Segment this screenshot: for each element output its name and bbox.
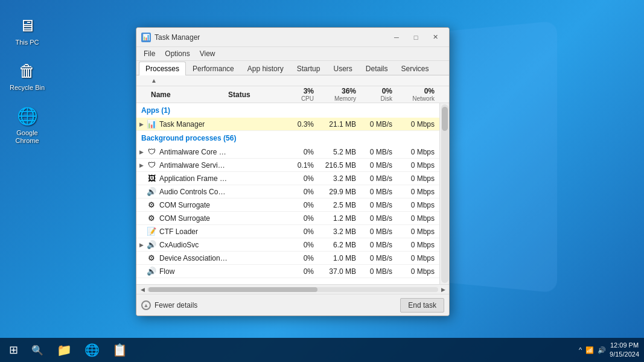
task-manager-icon: 📊 — [141, 33, 151, 42]
process-icon: 🔊 — [146, 186, 157, 197]
process-net: 0 Mbps — [397, 161, 439, 170]
process-net: 0 Mbps — [397, 201, 439, 209]
system-clock[interactable]: 12:09 PM 9/15/2024 — [610, 341, 639, 360]
process-disk: 0 MB/s — [361, 120, 397, 129]
process-disk: 0 MB/s — [361, 227, 397, 236]
table-row[interactable]: ⚙ COM Surrogate 0% 2.5 MB 0 MB/s 0 Mbps — [136, 198, 449, 212]
menu-file[interactable]: File — [139, 48, 160, 59]
tab-users[interactable]: Users — [327, 62, 359, 75]
maximize-button[interactable]: □ — [407, 31, 425, 43]
col-network-header[interactable]: 0% Network — [397, 87, 439, 102]
process-icon: 📊 — [146, 119, 157, 130]
tab-app-history[interactable]: App history — [241, 62, 290, 75]
fewer-details-button[interactable]: ▲ Fewer details — [141, 300, 197, 310]
vertical-scrollbar[interactable] — [439, 103, 449, 284]
tab-details[interactable]: Details — [359, 62, 395, 75]
process-name: Antimalware Service Executable — [159, 161, 228, 170]
expand-icon[interactable]: ▶ — [136, 149, 146, 155]
table-row[interactable]: ▶ 🛡 Antimalware Service Executable 0.1% … — [136, 159, 449, 172]
task-manager-window: 📊 Task Manager ─ □ ✕ File Options View P… — [136, 27, 450, 316]
process-net: 0 Mbps — [397, 148, 439, 156]
process-cpu: 0% — [276, 214, 319, 223]
tab-services[interactable]: Services — [395, 62, 436, 75]
table-row[interactable]: ⚙ Device Association Framework ... 0% 1.… — [136, 252, 449, 265]
fewer-details-icon: ▲ — [141, 300, 151, 310]
col-status-header[interactable]: Status — [228, 91, 250, 99]
search-button[interactable]: 🔍 — [27, 338, 48, 362]
tray-show-hidden[interactable]: ^ — [579, 346, 582, 354]
chrome-icon: 🌐 — [16, 105, 38, 127]
desktop-icon-recycle-bin[interactable]: 🗑 Recycle Bin — [6, 57, 48, 94]
menu-bar: File Options View — [136, 47, 449, 61]
taskbar-file-explorer[interactable]: 📁 — [51, 338, 77, 361]
expand-icon[interactable]: ▶ — [136, 162, 146, 168]
expand-icon[interactable]: ▶ — [136, 242, 146, 248]
taskbar-chrome[interactable]: 🌐 — [78, 338, 105, 361]
process-cpu: 0% — [276, 188, 319, 196]
process-mem: 216.5 MB — [319, 161, 361, 170]
col-memory-header[interactable]: 36% Memory — [319, 87, 361, 102]
col-cpu-header[interactable]: 3% CPU — [276, 87, 319, 102]
system-tray: ^ 📶 🔊 12:09 PM 9/15/2024 — [574, 341, 644, 360]
process-icon: 🔊 — [146, 266, 157, 277]
window-title: Task Manager — [155, 33, 387, 42]
process-name: Device Association Framework ... — [159, 254, 228, 262]
col-disk-header[interactable]: 0% Disk — [361, 87, 397, 102]
tab-startup[interactable]: Startup — [290, 62, 327, 75]
process-net: 0 Mbps — [397, 120, 439, 129]
minimize-button[interactable]: ─ — [387, 31, 406, 43]
start-button[interactable]: ⊞ — [0, 338, 27, 362]
tray-network-icon: 📶 — [585, 346, 594, 354]
tab-processes[interactable]: Processes — [139, 62, 186, 75]
close-button[interactable]: ✕ — [426, 31, 444, 43]
scroll-right-arrow[interactable]: ▶ — [438, 285, 448, 294]
process-cpu: 0% — [276, 201, 319, 209]
process-mem: 37.0 MB — [319, 267, 361, 276]
process-net: 0 Mbps — [397, 214, 439, 223]
table-row[interactable]: 🖼 Application Frame Host 0% 3.2 MB 0 MB/… — [136, 172, 449, 185]
scrollbar-track — [441, 104, 448, 283]
process-icon: 🛡 — [146, 147, 157, 157]
table-row[interactable]: ▶ 🛡 Antimalware Core Service 0% 5.2 MB 0… — [136, 145, 449, 159]
col-name-header[interactable]: Name — [151, 91, 171, 99]
tab-performance[interactable]: Performance — [186, 62, 241, 75]
process-disk: 0 MB/s — [361, 267, 397, 276]
process-cpu: 0% — [276, 174, 319, 183]
process-icon: 🖼 — [146, 173, 157, 184]
apps-section-header: Apps (1) — [136, 103, 449, 118]
process-mem: 29.9 MB — [319, 188, 361, 196]
scroll-left-arrow[interactable]: ◀ — [138, 285, 147, 294]
table-row[interactable]: 🔊 Audio Controls Control Panel 0% 29.9 M… — [136, 185, 449, 198]
process-table: ▲ Name Status 3% CPU 36% Memory 0% Disk — [136, 75, 449, 294]
process-net: 0 Mbps — [397, 267, 439, 276]
hscroll-thumb[interactable] — [148, 287, 317, 292]
table-row[interactable]: 📝 CTF Loader 0% 3.2 MB 0 MB/s 0 Mbps — [136, 225, 449, 238]
end-task-button[interactable]: End task — [400, 298, 444, 313]
menu-options[interactable]: Options — [160, 48, 194, 59]
background-section-label: Background processes (56) — [141, 134, 236, 142]
taskbar-task-manager[interactable]: 📋 — [106, 338, 133, 361]
table-row[interactable]: ▶ 🔊 CxAudioSvc 0% 6.2 MB 0 MB/s 0 Mbps — [136, 238, 449, 252]
horizontal-scrollbar[interactable]: ◀ ▶ — [136, 284, 449, 294]
table-row[interactable]: ⚙ COM Surrogate 0% 1.2 MB 0 MB/s 0 Mbps — [136, 212, 449, 225]
scrollbar-thumb[interactable] — [442, 107, 448, 131]
process-name: Application Frame Host — [159, 174, 228, 183]
desktop-icon-chrome[interactable]: 🌐 GoogleChrome — [6, 103, 48, 147]
menu-view[interactable]: View — [195, 48, 220, 59]
process-name: Task Manager — [159, 120, 228, 129]
sort-indicator-row: ▲ — [136, 75, 449, 86]
process-cpu: 0.1% — [276, 161, 319, 170]
background-section-header: Background processes (56) — [136, 131, 449, 145]
process-disk: 0 MB/s — [361, 148, 397, 156]
process-disk: 0 MB/s — [361, 188, 397, 196]
process-net: 0 Mbps — [397, 227, 439, 236]
process-cpu: 0% — [276, 254, 319, 262]
background-process-list: ▶ 🛡 Antimalware Core Service 0% 5.2 MB 0… — [136, 145, 449, 278]
chrome-label: GoogleChrome — [15, 129, 39, 145]
process-disk: 0 MB/s — [361, 201, 397, 209]
desktop-icon-this-pc[interactable]: 🖥 This PC — [6, 12, 48, 48]
table-row[interactable]: ▶ 📊 Task Manager 0.3% 21.1 MB 0 MB/s 0 M… — [136, 118, 449, 131]
table-row[interactable]: 🔊 Flow 0% 37.0 MB 0 MB/s 0 Mbps — [136, 265, 449, 278]
expand-icon[interactable]: ▶ — [136, 121, 146, 127]
recycle-bin-icon: 🗑 — [16, 60, 38, 81]
